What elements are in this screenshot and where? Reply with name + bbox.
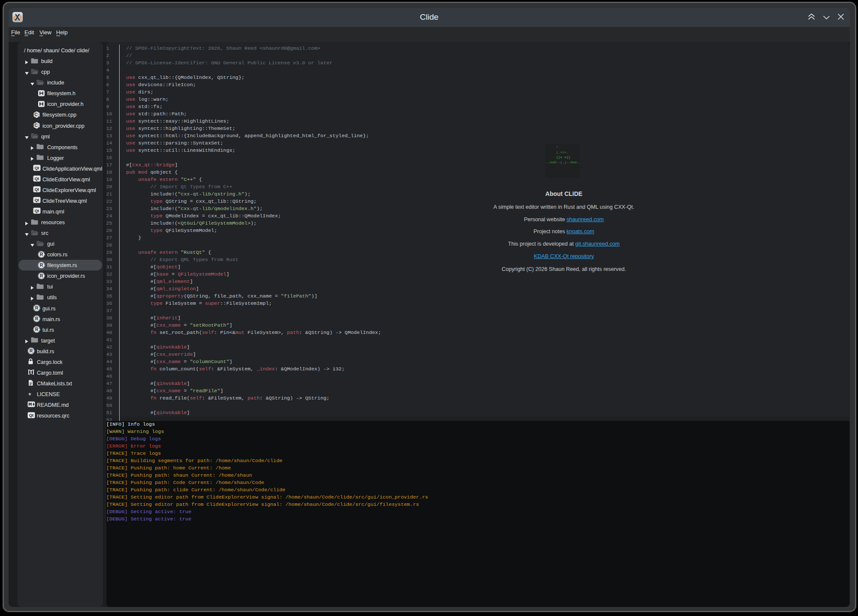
svg-text:Qt: Qt — [35, 198, 39, 203]
svg-text:R: R — [35, 305, 39, 310]
svg-text:R: R — [40, 252, 43, 257]
svg-text:R: R — [35, 327, 39, 332]
svg-text:R: R — [30, 348, 33, 353]
svg-text:Qt: Qt — [35, 187, 39, 192]
svg-text:+: + — [38, 126, 39, 128]
svg-text:R: R — [35, 316, 39, 321]
svg-text:R: R — [40, 273, 43, 278]
svg-text:Qt: Qt — [35, 176, 39, 181]
svg-text:Qt: Qt — [29, 413, 34, 418]
svg-text:Qt: Qt — [35, 209, 39, 213]
svg-text:Qt: Qt — [35, 165, 39, 170]
svg-text:R: R — [40, 262, 43, 267]
svg-text:+: + — [38, 114, 39, 117]
